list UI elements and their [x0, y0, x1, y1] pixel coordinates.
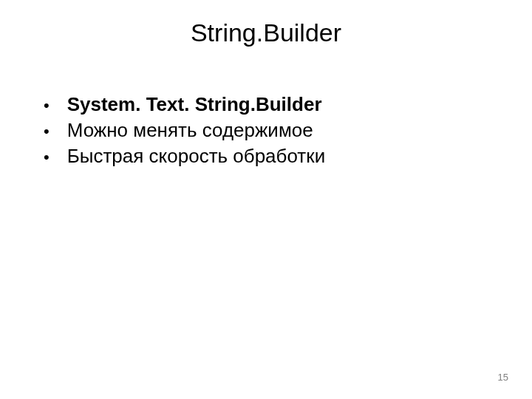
list-item: Быстрая скорость обработки	[41, 143, 495, 169]
slide-content: System. Text. String.Builder Можно менят…	[37, 92, 495, 169]
slide: String.Builder System. Text. String.Buil…	[0, 0, 532, 399]
list-item: System. Text. String.Builder	[41, 92, 495, 117]
slide-title: String.Builder	[37, 18, 495, 47]
bullet-text: System. Text. String.Builder	[67, 92, 322, 117]
bullet-text: Быстрая скорость обработки	[67, 143, 325, 169]
page-number: 15	[498, 372, 508, 383]
bullet-list: System. Text. String.Builder Можно менят…	[41, 92, 495, 169]
list-item: Можно менять содержимое	[41, 117, 495, 143]
bullet-text: Можно менять содержимое	[67, 117, 313, 143]
